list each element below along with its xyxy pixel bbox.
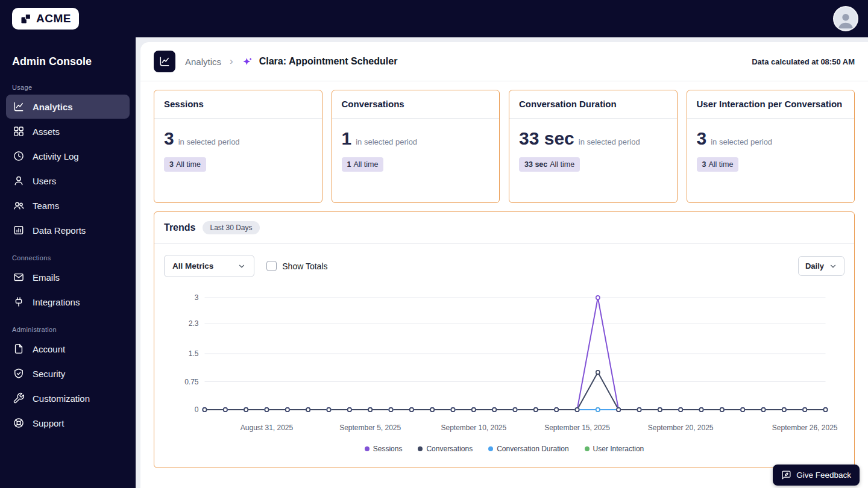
metric-card-user-interaction: User Interaction per Conversation 3 in s…	[687, 90, 855, 203]
alltime-badge: 1 All time	[342, 157, 384, 172]
wrench-icon	[13, 392, 25, 404]
report-box-icon	[13, 224, 25, 236]
acme-logo: ACME	[12, 8, 79, 30]
svg-text:1.5: 1.5	[189, 349, 199, 358]
svg-text:August 31, 2025: August 31, 2025	[241, 424, 294, 432]
topbar: ACME	[0, 0, 868, 37]
sidebar-item-support[interactable]: Support	[6, 411, 130, 435]
sidebar-item-data-reports[interactable]: Data Reports	[6, 218, 130, 242]
metric-value: 3	[164, 128, 174, 149]
shield-check-icon	[13, 368, 25, 380]
chart-legend: Sessions Conversations Conversation Dura…	[154, 441, 854, 468]
alltime-badge: 3 All time	[164, 157, 206, 172]
user-icon	[13, 175, 25, 187]
sidebar-item-label: Teams	[33, 201, 59, 211]
sidebar: Admin Console Usage Analytics Assets Act…	[0, 37, 136, 488]
sidebar-item-emails[interactable]: Emails	[6, 265, 130, 289]
legend-dot	[585, 446, 590, 451]
metric-card-conversations: Conversations 1 in selected period 1 All…	[332, 90, 500, 203]
analytics-header-icon-box	[154, 51, 175, 72]
sidebar-item-label: Users	[33, 176, 56, 186]
sidebar-item-label: Account	[33, 344, 65, 354]
sidebar-item-label: Customization	[33, 393, 90, 404]
svg-text:September 15, 2025: September 15, 2025	[544, 424, 610, 432]
metric-period-label: in selected period	[579, 137, 640, 146]
metric-title: User Interaction per Conversation	[687, 90, 855, 119]
sidebar-item-label: Analytics	[33, 102, 73, 112]
feedback-chat-icon	[781, 470, 791, 480]
sidebar-item-label: Activity Log	[33, 151, 79, 161]
trends-line-chart: 00.751.52.33August 31, 2025September 5, …	[163, 288, 846, 439]
sidebar-item-security[interactable]: Security	[6, 361, 130, 386]
trends-range-badge: Last 30 Days	[203, 221, 259, 234]
section-label-administration: Administration	[12, 326, 124, 333]
trends-card: Trends Last 30 Days All Metrics Show Tot…	[154, 211, 855, 468]
metric-card-sessions: Sessions 3 in selected period 3 All time	[154, 90, 322, 203]
plug-icon	[13, 296, 25, 308]
sidebar-item-label: Assets	[33, 127, 60, 137]
section-label-connections: Connections	[12, 254, 124, 261]
metric-filter-dropdown[interactable]: All Metrics	[164, 255, 254, 277]
content-card: Analytics › Clara: Appointment Scheduler…	[140, 42, 868, 488]
svg-text:September 20, 2025: September 20, 2025	[648, 424, 714, 432]
analytics-chart-icon	[13, 101, 25, 113]
person-icon	[835, 10, 856, 30]
give-feedback-button[interactable]: Give Feedback	[773, 465, 860, 486]
legend-item-sessions: Sessions	[365, 445, 403, 453]
svg-text:3: 3	[195, 293, 199, 302]
legend-dot	[418, 446, 423, 451]
metric-period-label: in selected period	[711, 137, 772, 146]
trends-controls: All Metrics Show Totals Daily	[154, 244, 854, 286]
metric-period-label: in selected period	[356, 137, 417, 146]
sidebar-item-account[interactable]: Account	[6, 337, 130, 361]
chevron-down-icon	[829, 262, 837, 271]
breadcrumb-current-page: Clara: Appointment Scheduler	[259, 56, 398, 67]
document-icon	[13, 343, 25, 355]
sidebar-item-assets[interactable]: Assets	[6, 119, 130, 143]
sidebar-item-label: Data Reports	[33, 225, 86, 236]
svg-text:September 10, 2025: September 10, 2025	[441, 424, 506, 432]
legend-item-conversations: Conversations	[418, 445, 473, 453]
grid-icon	[13, 125, 25, 137]
life-buoy-icon	[13, 417, 25, 429]
breadcrumb-separator: ›	[230, 55, 233, 67]
acme-logo-icon	[20, 13, 32, 25]
page-header: Analytics › Clara: Appointment Scheduler…	[140, 42, 868, 81]
sidebar-item-customization[interactable]: Customization	[6, 386, 130, 410]
envelope-icon	[13, 271, 25, 283]
sidebar-item-analytics[interactable]: Analytics	[6, 95, 130, 119]
sidebar-item-label: Emails	[33, 272, 60, 283]
sidebar-item-label: Support	[33, 418, 64, 428]
user-avatar[interactable]	[833, 6, 858, 31]
legend-item-user-interaction: User Interaction	[585, 445, 644, 453]
metric-title: Conversations	[332, 90, 500, 119]
sidebar-item-integrations[interactable]: Integrations	[6, 290, 130, 314]
trends-header: Trends Last 30 Days	[154, 212, 854, 244]
sidebar-item-label: Integrations	[33, 297, 80, 307]
metrics-row: Sessions 3 in selected period 3 All time…	[140, 81, 868, 203]
svg-text:September 26, 2025: September 26, 2025	[772, 424, 838, 432]
metric-value: 3	[697, 128, 707, 149]
alltime-badge: 3 All time	[697, 157, 739, 172]
trends-title: Trends	[164, 222, 195, 233]
legend-dot	[488, 446, 493, 451]
main-area: Analytics › Clara: Appointment Scheduler…	[136, 37, 868, 488]
interval-dropdown[interactable]: Daily	[798, 256, 844, 276]
chart-line-icon	[159, 55, 171, 67]
sidebar-item-teams[interactable]: Teams	[6, 193, 130, 217]
legend-dot	[365, 446, 370, 451]
acme-logo-text: ACME	[36, 12, 71, 25]
metric-value: 1	[342, 128, 352, 149]
metric-period-label: in selected period	[178, 137, 240, 146]
svg-text:0: 0	[195, 405, 199, 414]
sidebar-item-users[interactable]: Users	[6, 169, 130, 193]
chart-wrap: 00.751.52.33August 31, 2025September 5, …	[154, 286, 854, 441]
section-label-usage: Usage	[12, 84, 124, 91]
breadcrumb-analytics[interactable]: Analytics	[185, 57, 221, 67]
svg-text:2.3: 2.3	[189, 319, 199, 328]
legend-item-conversation-duration: Conversation Duration	[488, 445, 568, 453]
alltime-badge: 33 sec All time	[519, 157, 580, 172]
sidebar-item-activity-log[interactable]: Activity Log	[6, 144, 130, 168]
show-totals-checkbox[interactable]: Show Totals	[266, 261, 327, 271]
metric-value: 33 sec	[519, 128, 574, 149]
